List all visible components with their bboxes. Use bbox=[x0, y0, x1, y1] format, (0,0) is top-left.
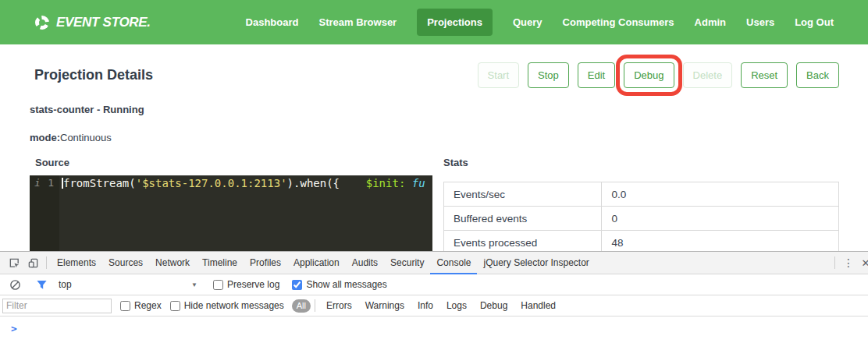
filter-logs[interactable]: Logs bbox=[446, 300, 467, 311]
code-plain: ).when({ bbox=[287, 177, 366, 189]
nav-item-logout[interactable]: Log Out bbox=[795, 16, 834, 28]
tab-profiles[interactable]: Profiles bbox=[244, 252, 287, 274]
stat-label: Buffered events bbox=[444, 207, 602, 231]
regex-label: Regex bbox=[134, 300, 162, 311]
more-options-icon[interactable]: ⋮ bbox=[839, 253, 858, 272]
tab-security[interactable]: Security bbox=[384, 252, 430, 274]
table-row: Buffered events 0 bbox=[444, 207, 839, 231]
stop-button[interactable]: Stop bbox=[528, 62, 569, 88]
console-toolbar: top ▼ Preserve log Show all messages bbox=[0, 274, 868, 295]
tab-audits[interactable]: Audits bbox=[346, 252, 384, 274]
back-button[interactable]: Back bbox=[796, 62, 839, 88]
regex-checkbox[interactable] bbox=[120, 301, 130, 311]
hide-network-checkbox[interactable] bbox=[170, 301, 180, 311]
brand-text: EVENT STORE. bbox=[56, 15, 151, 30]
delete-button[interactable]: Delete bbox=[683, 62, 733, 88]
page-title: Projection Details bbox=[34, 67, 153, 83]
stat-value: 0.0 bbox=[602, 182, 839, 207]
mode-label: mode: bbox=[30, 132, 60, 143]
nav-item-dashboard[interactable]: Dashboard bbox=[246, 16, 299, 28]
tab-elements[interactable]: Elements bbox=[51, 252, 102, 274]
code-string: '$stats-127.0.0.1:2113' bbox=[136, 177, 287, 189]
code-plain bbox=[405, 177, 411, 189]
filter-warnings[interactable]: Warnings bbox=[365, 300, 404, 311]
filter-debug[interactable]: Debug bbox=[480, 300, 507, 311]
code-plain: fromStream( bbox=[63, 177, 136, 189]
table-row: Events/sec 0.0 bbox=[444, 182, 839, 207]
code-line[interactable]: fromStream('$stats-127.0.0.1:2113').when… bbox=[59, 175, 432, 257]
line-number: 1 bbox=[48, 177, 54, 189]
source-code-editor[interactable]: i 1 fromStream('$stats-127.0.0.1:2113').… bbox=[30, 175, 432, 257]
main-content: Projection Details Start Stop Edit Debug… bbox=[0, 61, 868, 279]
filter-icon[interactable] bbox=[32, 275, 51, 294]
show-all-messages-control[interactable]: Show all messages bbox=[292, 279, 386, 290]
filter-input[interactable] bbox=[2, 299, 112, 313]
show-all-messages-label: Show all messages bbox=[306, 279, 386, 290]
code-keyword: $init: bbox=[366, 177, 406, 189]
action-buttons: Start Stop Edit Debug Delete Reset Back bbox=[478, 62, 839, 88]
reset-button[interactable]: Reset bbox=[741, 62, 788, 88]
close-devtools-icon[interactable]: ✕ bbox=[858, 253, 868, 272]
preserve-log-control[interactable]: Preserve log bbox=[213, 279, 279, 290]
tab-application[interactable]: Application bbox=[287, 252, 346, 274]
preserve-log-checkbox[interactable] bbox=[213, 280, 223, 290]
clear-console-icon[interactable] bbox=[5, 275, 24, 294]
devtools-right-controls: ⋮ ✕ bbox=[831, 253, 868, 272]
editor-gutter: i 1 bbox=[30, 175, 59, 257]
nav-item-stream-browser[interactable]: Stream Browser bbox=[318, 16, 397, 28]
nav-menu: Dashboard Stream Browser Projections Que… bbox=[246, 9, 834, 36]
nav-item-users[interactable]: Users bbox=[746, 16, 774, 28]
hide-network-label: Hide network messages bbox=[184, 300, 284, 311]
stat-label: Events/sec bbox=[444, 182, 602, 207]
source-heading: Source bbox=[35, 157, 432, 168]
eventstore-logo[interactable]: EVENT STORE. bbox=[35, 15, 151, 30]
stats-heading: Stats bbox=[443, 157, 839, 168]
show-all-messages-checkbox[interactable] bbox=[292, 280, 302, 290]
tab-network[interactable]: Network bbox=[149, 252, 196, 274]
regex-control[interactable]: Regex bbox=[120, 300, 162, 311]
toolbar-separator bbox=[46, 256, 47, 269]
execution-context-selector[interactable]: top ▼ bbox=[59, 279, 197, 290]
console-output-area[interactable]: > bbox=[0, 316, 868, 334]
filter-info[interactable]: Info bbox=[418, 300, 433, 311]
toolbar-separator bbox=[315, 299, 315, 312]
tab-jquery-selector-inspector[interactable]: jQuery Selector Inspector bbox=[477, 252, 595, 274]
filter-errors[interactable]: Errors bbox=[326, 300, 352, 311]
title-row: Projection Details Start Stop Edit Debug… bbox=[30, 61, 839, 89]
hide-network-control[interactable]: Hide network messages bbox=[170, 300, 284, 311]
stat-value: 0 bbox=[602, 207, 839, 231]
code-function: fu bbox=[412, 177, 425, 189]
preserve-log-label: Preserve log bbox=[227, 279, 279, 290]
nav-item-projections[interactable]: Projections bbox=[417, 9, 493, 36]
all-filter-badge[interactable]: All bbox=[292, 299, 311, 313]
toolbar-separator bbox=[834, 256, 835, 269]
context-value: top bbox=[59, 279, 72, 290]
inspect-element-icon[interactable] bbox=[5, 253, 23, 272]
nav-item-query[interactable]: Query bbox=[513, 16, 542, 28]
device-toolbar-icon[interactable] bbox=[23, 253, 42, 272]
edit-button[interactable]: Edit bbox=[578, 62, 615, 88]
filter-handled[interactable]: Handled bbox=[521, 300, 556, 311]
console-prompt-chevron[interactable]: > bbox=[11, 323, 17, 334]
tab-console[interactable]: Console bbox=[430, 252, 477, 274]
top-navbar: EVENT STORE. Dashboard Stream Browser Pr… bbox=[0, 0, 868, 44]
eventstore-ring-icon bbox=[35, 16, 49, 30]
log-level-filters: Errors Warnings Info Logs Debug Handled bbox=[326, 300, 556, 311]
projection-name-status: stats-counter - Running bbox=[30, 104, 839, 115]
tab-sources[interactable]: Sources bbox=[102, 252, 149, 274]
nav-item-admin[interactable]: Admin bbox=[695, 16, 726, 28]
tab-timeline[interactable]: Timeline bbox=[196, 252, 244, 274]
debug-button[interactable]: Debug bbox=[624, 62, 674, 88]
devtools-panel: Elements Sources Network Timeline Profil… bbox=[0, 251, 868, 343]
annotation-info-icon: i bbox=[34, 177, 41, 189]
mode-value: Continuous bbox=[60, 132, 112, 143]
console-filter-bar: Regex Hide network messages All Errors W… bbox=[0, 295, 868, 316]
nav-item-competing-consumers[interactable]: Competing Consumers bbox=[563, 16, 674, 28]
mode-line: mode:Continuous bbox=[30, 132, 839, 143]
devtools-tabbar: Elements Sources Network Timeline Profil… bbox=[0, 252, 868, 274]
chevron-down-icon: ▼ bbox=[191, 281, 197, 288]
start-button[interactable]: Start bbox=[478, 62, 519, 88]
